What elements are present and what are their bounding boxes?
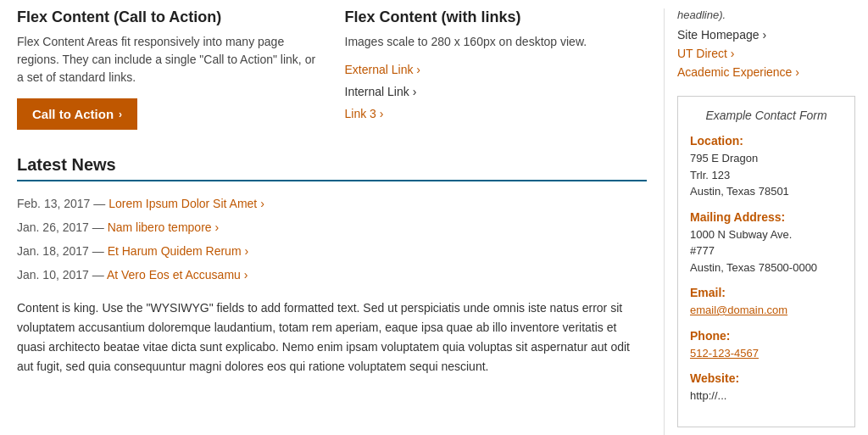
flex-content-cta-block: Flex Content (Call to Action) Flex Conte… (17, 8, 320, 130)
contact-email-link[interactable]: email@domain.com (690, 304, 787, 316)
contact-phone: Phone: 512-123-4567 (690, 329, 843, 362)
sidebar-top-links: headline). Site Homepage › UT Direct › A… (677, 8, 855, 79)
contact-location: Location: 795 E DragonTrlr. 123Austin, T… (690, 134, 843, 200)
sidebar-top-text: headline). (677, 8, 855, 21)
flex-content-links-block: Flex Content (with links) Images scale t… (345, 8, 648, 130)
link-3[interactable]: Link 3 › (345, 107, 648, 120)
main-content: Flex Content (Call to Action) Flex Conte… (0, 8, 665, 435)
contact-mailing-value: 1000 N Subway Ave.#777Austin, Texas 7850… (690, 226, 843, 276)
contact-website-value: http://... (690, 388, 843, 404)
call-to-action-button[interactable]: Call to Action › (17, 98, 137, 130)
contact-location-value: 795 E DragonTrlr. 123Austin, Texas 78501 (690, 150, 843, 200)
flex-links-title: Flex Content (with links) (345, 8, 648, 26)
news-item-2: Jan. 26, 2017 — Nam libero tempore › (17, 220, 647, 234)
contact-email-label: Email: (690, 286, 843, 299)
news-item-1: Feb. 13, 2017 — Lorem Ipsum Dolor Sit Am… (17, 197, 647, 210)
news-item-3: Jan. 18, 2017 — Et Harum Quidem Rerum › (17, 244, 647, 258)
flex-cta-title: Flex Content (Call to Action) (17, 8, 320, 26)
body-text: Content is king. Use the "WYSIWYG" field… (17, 298, 647, 376)
latest-news-section: Latest News Feb. 13, 2017 — Lorem Ipsum … (17, 155, 647, 282)
news-date-3: Jan. 18, 2017 (17, 244, 89, 258)
cta-chevron-icon: › (119, 109, 122, 120)
cta-label: Call to Action (32, 107, 114, 121)
sidebar-link-ut-direct[interactable]: UT Direct › (677, 47, 855, 60)
news-divider (17, 180, 647, 181)
news-dash-3: — (92, 244, 108, 258)
contact-phone-value: 512-123-4567 (690, 345, 843, 362)
news-dash-2: — (92, 220, 108, 234)
contact-phone-label: Phone: (690, 329, 843, 343)
news-date-4: Jan. 10, 2017 (17, 268, 89, 282)
contact-form-box: Example Contact Form Location: 795 E Dra… (677, 96, 855, 427)
news-date-1: Feb. 13, 2017 (17, 197, 90, 210)
flex-links-description: Images scale to 280 x 160px on desktop v… (345, 33, 648, 51)
contact-phone-link[interactable]: 512-123-4567 (690, 347, 759, 360)
contact-mailing: Mailing Address: 1000 N Subway Ave.#777A… (690, 210, 843, 276)
flex-content-row: Flex Content (Call to Action) Flex Conte… (17, 8, 647, 130)
latest-news-title: Latest News (17, 155, 647, 175)
news-link-2[interactable]: Nam libero tempore › (108, 220, 220, 234)
news-date-2: Jan. 26, 2017 (17, 220, 89, 234)
sidebar-link-site-homepage[interactable]: Site Homepage › (677, 28, 855, 42)
contact-mailing-label: Mailing Address: (690, 210, 843, 224)
news-dash-4: — (92, 268, 107, 282)
contact-email-value: email@domain.com (690, 302, 843, 319)
contact-form-title: Example Contact Form (690, 109, 843, 122)
contact-location-label: Location: (690, 134, 843, 148)
sidebar-link-academic-experience[interactable]: Academic Experience › (677, 65, 855, 79)
news-link-1[interactable]: Lorem Ipsum Dolor Sit Amet › (108, 197, 264, 210)
contact-website-label: Website: (690, 371, 843, 385)
news-link-3[interactable]: Et Harum Quidem Rerum › (108, 244, 248, 258)
contact-website: Website: http://... (690, 371, 843, 404)
internal-link[interactable]: Internal Link › (345, 85, 648, 98)
news-link-4[interactable]: At Vero Eos et Accusamu › (107, 268, 248, 282)
news-item-4: Jan. 10, 2017 — At Vero Eos et Accusamu … (17, 268, 647, 282)
news-dash-1: — (93, 197, 108, 210)
external-link[interactable]: External Link › (345, 63, 648, 76)
flex-cta-description: Flex Content Areas fit responsively into… (17, 33, 320, 86)
contact-email: Email: email@domain.com (690, 286, 843, 319)
sidebar: headline). Site Homepage › UT Direct › A… (665, 8, 868, 435)
